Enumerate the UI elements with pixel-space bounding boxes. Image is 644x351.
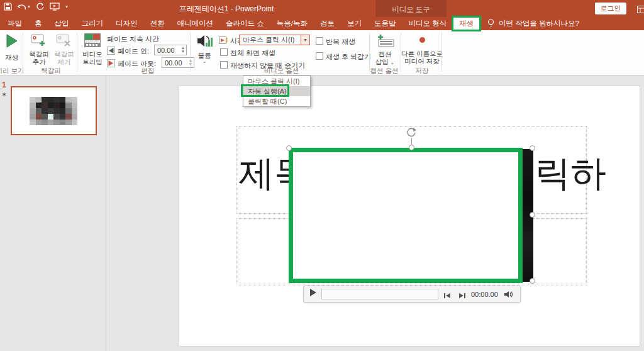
start-option-icon [219, 36, 228, 47]
full-screen-checkbox[interactable] [220, 48, 228, 56]
tab-review[interactable]: 검토 [314, 17, 341, 30]
title-text-fragment-right: 릭하 [535, 150, 606, 198]
thumbnail-mosaic [30, 97, 77, 125]
fade-in-icon [107, 46, 115, 57]
lightbulb-icon [487, 19, 494, 29]
insert-captions-icon [375, 33, 394, 50]
group-label-save: 저장 [402, 67, 441, 75]
loop-label: 반복 재생 [326, 37, 355, 47]
remove-bookmark-button-disabled[interactable]: 책갈피 제거 [52, 33, 76, 65]
trim-video-icon [84, 33, 101, 50]
rewind-checkbox[interactable] [316, 52, 323, 60]
add-bookmark-button[interactable]: 책갈피 추가 [26, 33, 52, 65]
redo-icon[interactable] [36, 3, 44, 11]
quick-access-toolbar: ▾ ▾ [4, 3, 68, 11]
group-separator [77, 33, 77, 72]
tell-me-label: 어떤 작업을 원하시나요? [499, 19, 579, 28]
group-label-preview: 미리 보기 [0, 67, 25, 75]
caption-dropdown-chevron: ⌄ [391, 60, 395, 65]
tab-transitions[interactable]: 전환 [144, 17, 171, 30]
hide-while-not-playing-checkbox[interactable] [220, 61, 228, 69]
media-time: 00:00.00 [471, 291, 498, 298]
start-combo[interactable]: 마우스 클릭 시(I) [239, 35, 301, 45]
login-button[interactable]: 로그인 [595, 3, 626, 14]
undo-dropdown-icon[interactable]: ▾ [28, 4, 30, 9]
media-progress-track[interactable] [321, 289, 438, 299]
full-screen-label: 전체 화면 재생 [230, 48, 275, 58]
trim-video-button[interactable]: 비디오 트리밍 [80, 33, 105, 65]
group-separator [23, 33, 23, 72]
group-separator [369, 33, 370, 72]
ribbon-tab-bar: 파일 홈 삽입 그리기 디자인 전환 애니메이션 슬라이드 쇼 녹음/녹화 검토… [0, 17, 644, 30]
save-media-icon [419, 35, 426, 46]
tab-view[interactable]: 보기 [341, 17, 368, 30]
insert-captions-button[interactable]: 캡션 삽입 ⌄ [371, 33, 399, 65]
fade-duration-header: 페이드 지속 시간 [107, 35, 159, 44]
tab-draw[interactable]: 그리기 [75, 17, 110, 30]
group-separator [190, 33, 191, 72]
tab-design[interactable]: 디자인 [109, 17, 144, 30]
fade-out-icon [107, 58, 115, 70]
fade-in-field[interactable]: 00.00 ▲▼ [154, 45, 187, 55]
tell-me-box[interactable]: 어떤 작업을 원하시나요? [480, 17, 579, 30]
selection-handle-top-center[interactable] [409, 145, 414, 150]
video-media-bar: 00:00.00 [303, 285, 521, 303]
tab-home[interactable]: 홈 [28, 17, 48, 30]
group-label-video-options: 비디오 옵션 [252, 67, 311, 75]
fade-in-spinner[interactable]: ▲▼ [181, 46, 185, 53]
play-preview-button[interactable]: 재생 [3, 33, 21, 61]
volume-button[interactable]: 볼륨 ⌄ [192, 33, 216, 64]
undo-icon[interactable]: ▾ [18, 3, 30, 11]
media-move-back-icon[interactable] [443, 291, 451, 302]
menu-item-when-clicked-on[interactable]: 클릭할 때(C) [243, 96, 310, 106]
ribbon-playback: 재생 미리 보기 책갈피 추가 책갈피 제거 책갈피 비디오 트리밍 [0, 30, 644, 75]
menu-item-on-click-sequence[interactable]: 마우스 클릭 시(I) [243, 76, 310, 86]
save-icon[interactable] [4, 3, 12, 11]
animation-indicator-icon: ✶ [1, 91, 7, 99]
media-play-icon[interactable] [309, 288, 317, 299]
titlebar: ▾ ▾ 프레젠테이션1 - PowerPoint 비디오 도구 로그인 [0, 0, 644, 17]
annotation-green-box-video[interactable] [289, 148, 523, 283]
tab-help[interactable]: 도움말 [368, 17, 402, 30]
save-media-as-button[interactable]: 다른 이름으로 미디어 저장 [402, 33, 441, 65]
fade-in-label: 페이드 인: [118, 47, 149, 56]
selection-handle-top-right[interactable] [530, 145, 535, 151]
play-icon [6, 34, 18, 50]
slide-thumbnail[interactable] [11, 86, 97, 135]
document-title: 프레젠테이션1 - PowerPoint [157, 4, 296, 14]
tab-insert[interactable]: 삽입 [48, 17, 75, 30]
selection-handle-top-left[interactable] [286, 145, 292, 151]
tab-animations[interactable]: 애니메이션 [171, 17, 220, 30]
selection-handle-bottom-right[interactable] [530, 278, 535, 284]
start-combo-arrow[interactable]: ▼ [301, 35, 310, 45]
ribbon-display-options-icon[interactable] [637, 4, 644, 16]
qat-customize-icon[interactable]: ▾ [65, 4, 68, 9]
contextual-tab-group-header: 비디오 도구 [375, 0, 447, 17]
tab-record[interactable]: 녹음/녹화 [270, 17, 314, 30]
group-label-bookmarks: 책갈피 [26, 67, 75, 75]
volume-dropdown-chevron: ⌄ [203, 59, 207, 64]
group-label-caption-options: 캡션 옵션 [369, 67, 400, 75]
thumbnail-panel-divider[interactable] [106, 75, 106, 351]
group-label-editing: 편집 [126, 67, 170, 75]
start-slideshow-icon[interactable] [50, 3, 60, 11]
volume-icon [196, 33, 213, 52]
remove-bookmark-icon [56, 33, 72, 50]
menu-item-automatically[interactable]: 자동 실행(A) [243, 86, 310, 96]
add-bookmark-icon [31, 33, 47, 50]
rewind-label: 재생 후 되감기 [326, 52, 371, 62]
selection-handle-middle-right[interactable] [530, 212, 535, 218]
media-move-forward-icon[interactable] [458, 291, 466, 302]
group-separator [441, 33, 442, 72]
slide-number: 1 [2, 81, 6, 89]
tab-file[interactable]: 파일 [1, 17, 28, 30]
loop-checkbox[interactable] [316, 37, 323, 45]
tab-slideshow[interactable]: 슬라이드 쇼 [219, 17, 270, 30]
tab-playback-active[interactable]: 재생 [453, 17, 480, 30]
tab-video-format[interactable]: 비디오 형식 [402, 17, 453, 30]
start-dropdown-menu: 마우스 클릭 시(I) 자동 실행(A) 클릭할 때(C) [243, 75, 311, 107]
media-volume-icon[interactable] [504, 290, 514, 301]
